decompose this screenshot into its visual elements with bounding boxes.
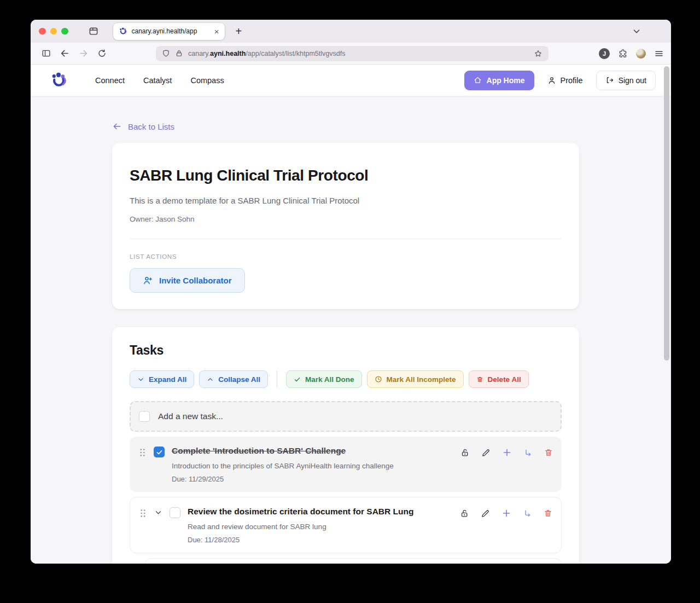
person-icon [547, 76, 556, 85]
task-row: Watch the 'Outcomes of I-SABR in lung ca… [145, 558, 562, 564]
task-body: Complete 'Introduction to SABR' Challeng… [172, 446, 453, 483]
edit-pencil-icon[interactable] [481, 448, 491, 457]
list-info-card: SABR Lung Clinical Trial Protocol This i… [112, 143, 579, 309]
task-actions [460, 508, 552, 518]
edit-pencil-icon[interactable] [481, 509, 490, 518]
trash-icon [476, 376, 483, 383]
chevron-up-icon [207, 376, 214, 383]
chevron-down-icon [137, 376, 144, 383]
invite-collaborator-button[interactable]: Invite Collaborator [130, 268, 245, 293]
task-due-date: Due: 11/28/2025 [188, 536, 452, 544]
tab-title: canary.ayni.health/app [132, 27, 210, 35]
list-description: This is a demo template for a SABR Lung … [130, 196, 562, 205]
task-actions [460, 448, 553, 457]
browser-toolbar: canary.ayni.health/app/catalyst/list/kht… [31, 43, 671, 65]
list-title: SABR Lung Clinical Trial Protocol [130, 167, 562, 184]
divider [130, 239, 562, 239]
tasks-heading: Tasks [130, 343, 562, 358]
shield-icon[interactable] [162, 49, 170, 57]
drag-handle-icon[interactable] [138, 447, 147, 458]
app-viewport: Connect Catalyst Compass App Home Profil… [31, 65, 671, 564]
indent-arrow-icon[interactable] [523, 448, 533, 457]
task-description: Introduction to the principles of SABR A… [172, 462, 453, 470]
add-task-placeholder: Add a new task... [158, 411, 223, 421]
expand-chevron-icon[interactable] [154, 508, 162, 517]
mark-all-incomplete-button[interactable]: Mark All Incomplete [367, 370, 464, 388]
back-to-lists-link[interactable]: Back to Lists [112, 121, 174, 131]
zoom-window-button[interactable] [61, 28, 68, 35]
sidebar-toggle-icon[interactable] [38, 45, 54, 62]
clock-icon [375, 375, 382, 383]
toolbar-right-icons: J [599, 48, 664, 59]
sign-out-button[interactable]: Sign out [596, 71, 656, 90]
list-actions-label: LIST ACTIONS [130, 253, 562, 260]
mark-all-done-button[interactable]: Mark All Done [286, 370, 362, 388]
indent-arrow-icon[interactable] [523, 509, 532, 518]
delete-task-icon[interactable] [544, 509, 552, 518]
url-text: canary.ayni.health/app/catalyst/list/kht… [188, 50, 345, 57]
nav-links: Connect Catalyst Compass [95, 76, 224, 85]
task-due-date: Due: 11/29/2025 [172, 475, 453, 483]
new-tab-button[interactable]: + [236, 25, 242, 38]
sign-out-icon [605, 76, 614, 84]
bookmark-star-icon[interactable] [534, 49, 542, 58]
account-badge[interactable]: J [599, 48, 610, 59]
reload-icon[interactable] [94, 45, 110, 62]
tab-close-icon[interactable]: × [214, 27, 219, 36]
extensions-puzzle-icon[interactable] [618, 49, 628, 59]
delete-all-button[interactable]: Delete All [469, 370, 529, 388]
nav-item-connect[interactable]: Connect [95, 76, 125, 85]
check-icon [294, 376, 301, 383]
tab-list-chevron-icon[interactable] [632, 26, 641, 36]
add-task-input[interactable]: Add a new task... [130, 401, 562, 432]
task-checkbox-checked[interactable] [154, 447, 165, 457]
task-checkbox-unchecked[interactable] [170, 507, 180, 518]
page-content: Back to Lists SABR Lung Clinical Trial P… [31, 96, 671, 564]
app-nav-bar: Connect Catalyst Compass App Home Profil… [31, 65, 671, 96]
list-owner: Owner: Jason Sohn [130, 215, 562, 223]
tasks-toolbar: Expand All Collapse All Mark All Done [130, 370, 562, 388]
profile-avatar[interactable] [636, 49, 646, 59]
add-subtask-plus-icon[interactable] [502, 448, 512, 457]
task-row: Review the dosimetric criteria document … [130, 497, 562, 553]
window-controls [39, 28, 68, 35]
forward-icon[interactable] [75, 45, 91, 62]
task-body: Review the dosimetric criteria document … [188, 507, 452, 544]
ayni-logo[interactable] [50, 71, 68, 89]
close-window-button[interactable] [39, 28, 46, 35]
toolbar-divider [277, 371, 277, 387]
person-plus-icon [143, 275, 153, 286]
browser-window: canary.ayni.health/app × + canar [31, 20, 671, 564]
task-description: Read and review document for SABR lung [188, 523, 452, 531]
profile-button[interactable]: Profile [547, 76, 583, 85]
firefox-view-icon[interactable] [88, 26, 99, 37]
tasks-card: Tasks Expand All Collapse All [112, 327, 579, 564]
home-icon [474, 76, 482, 84]
browser-tab[interactable]: canary.ayni.health/app × [113, 23, 225, 40]
tab-favicon [119, 27, 127, 36]
minimize-window-button[interactable] [50, 28, 57, 35]
arrow-left-icon [112, 121, 122, 131]
lock-icon[interactable] [175, 49, 183, 57]
drag-handle-icon[interactable] [139, 508, 147, 519]
task-row: Complete 'Introduction to SABR' Challeng… [130, 437, 562, 492]
collapse-all-button[interactable]: Collapse All [199, 370, 268, 388]
lock-open-icon[interactable] [460, 448, 470, 457]
nav-right: App Home Profile Sign out [464, 71, 656, 90]
app-home-button[interactable]: App Home [464, 71, 534, 90]
page-scrollbar[interactable] [664, 66, 669, 361]
menu-hamburger-icon[interactable] [654, 49, 664, 59]
new-task-checkbox [139, 411, 150, 422]
back-icon[interactable] [56, 45, 73, 62]
add-subtask-plus-icon[interactable] [501, 508, 511, 518]
nav-item-compass[interactable]: Compass [190, 76, 224, 85]
url-bar[interactable]: canary.ayni.health/app/catalyst/list/kht… [156, 46, 549, 61]
lock-open-icon[interactable] [460, 509, 469, 518]
nav-item-catalyst[interactable]: Catalyst [143, 76, 172, 85]
task-title[interactable]: Review the dosimetric criteria document … [188, 507, 452, 517]
browser-tab-bar: canary.ayni.health/app × + [31, 20, 671, 43]
delete-task-icon[interactable] [544, 448, 553, 457]
task-title[interactable]: Complete 'Introduction to SABR' Challeng… [172, 446, 453, 456]
expand-all-button[interactable]: Expand All [130, 370, 194, 388]
